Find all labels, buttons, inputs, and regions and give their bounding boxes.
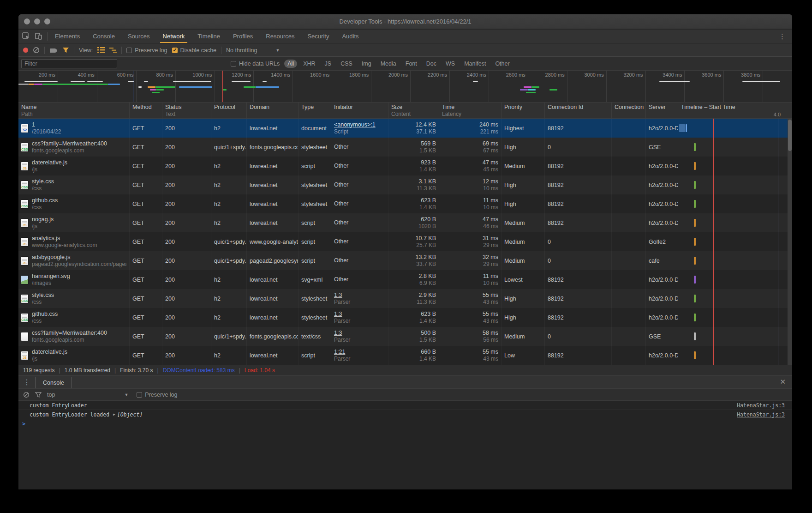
request-row[interactable]: JSdaterelative.js/jsGET200h2lowreal.nets…: [18, 346, 792, 365]
tab-timeline[interactable]: Timeline: [191, 30, 227, 43]
filter-type-all[interactable]: All: [284, 60, 297, 68]
request-row[interactable]: JSdaterelative.js/jsGET200h2lowreal.nets…: [18, 157, 792, 175]
column-header-connection[interactable]: Connection: [612, 103, 646, 118]
request-priority-cell: High: [502, 308, 545, 327]
overview-waterfall-segment: [87, 81, 102, 82]
device-toolbar-icon[interactable]: [35, 32, 42, 40]
console-source-link[interactable]: HatenaStar.js:3: [737, 411, 785, 418]
request-priority-cell: Medium: [502, 251, 545, 270]
console-object[interactable]: [Object]: [117, 411, 143, 418]
overview-waterfall-segment: [152, 92, 160, 93]
drawer-menu-icon[interactable]: ⋮: [18, 375, 35, 388]
table-scrollbar[interactable]: [788, 119, 792, 365]
column-header-method[interactable]: Method: [130, 103, 162, 118]
initiator-link[interactable]: 1:3: [334, 330, 385, 337]
dcl-marker-line: [702, 213, 702, 232]
filter-type-img[interactable]: Img: [358, 60, 375, 68]
preserve-log-checkbox[interactable]: Preserve log: [126, 47, 167, 54]
column-header-timeline[interactable]: Timeline – Start Time4.0: [678, 103, 783, 118]
view-waterfall-icon[interactable]: [109, 47, 117, 53]
tab-sources[interactable]: Sources: [121, 30, 156, 43]
console-preserve-log-checkbox[interactable]: Preserve log: [137, 392, 177, 398]
filter-type-doc[interactable]: Doc: [423, 60, 440, 68]
request-type-cell: text/css: [299, 327, 331, 346]
console-clear-icon[interactable]: [23, 392, 30, 398]
tab-console[interactable]: Console: [86, 30, 121, 43]
filter-type-other[interactable]: Other: [492, 60, 513, 68]
request-row[interactable]: hanrangen.svg/imagesGET200h2lowreal.nets…: [18, 270, 792, 289]
inspect-element-icon[interactable]: [22, 32, 30, 40]
timeline-overview[interactable]: 200 ms400 ms600 ms800 ms1000 ms1200 ms14…: [18, 71, 792, 103]
capture-screenshots-icon[interactable]: [49, 47, 58, 54]
filter-type-font[interactable]: Font: [402, 60, 420, 68]
request-row[interactable]: JSanalytics.jswww.google-analytics.comGE…: [18, 232, 792, 251]
overview-tick-label: 1800 ms: [349, 72, 371, 78]
request-row[interactable]: JSadsbygoogle.jspagead2.googlesyndicatio…: [18, 251, 792, 270]
console-message: custom EntryLoaderHatenaStar.js:3: [18, 401, 792, 410]
request-name-cell: JSdaterelative.js/js: [18, 157, 130, 175]
filter-type-css[interactable]: CSS: [337, 60, 356, 68]
request-row[interactable]: css?family=Merriweather:400fonts.googlea…: [18, 327, 792, 346]
tab-resources[interactable]: Resources: [259, 30, 301, 43]
filter-type-js[interactable]: JS: [322, 60, 335, 68]
request-row[interactable]: CSSstyle.css/cssGET200h2lowreal.netstyle…: [18, 289, 792, 308]
expand-triangle-icon[interactable]: ▶: [113, 412, 115, 416]
initiator-link[interactable]: 1:3: [334, 311, 385, 318]
clear-icon[interactable]: [33, 47, 40, 54]
column-header-server[interactable]: Server: [646, 103, 678, 118]
tab-security[interactable]: Security: [301, 30, 335, 43]
console-filter-icon[interactable]: [35, 392, 42, 398]
execution-context-dropdown[interactable]: top ▼: [47, 392, 128, 398]
request-row[interactable]: CSSgithub.css/cssGET200h2lowreal.netstyl…: [18, 308, 792, 327]
console-source-link[interactable]: HatenaStar.js:3: [737, 402, 785, 409]
column-header-priority[interactable]: Priority: [502, 103, 545, 118]
request-name-cell: CSSgithub.css/css: [18, 308, 130, 327]
kebab-menu-icon[interactable]: ⋮: [772, 30, 792, 43]
request-row[interactable]: CSScss?family=Merriweather:400fonts.goog…: [18, 138, 792, 157]
column-header-type[interactable]: Type: [299, 103, 331, 118]
filter-type-xhr[interactable]: XHR: [300, 60, 318, 68]
request-row[interactable]: <>1/2016/04/22GET200h2lowreal.netdocumen…: [18, 119, 792, 138]
hide-data-urls-checkbox[interactable]: Hide data URLs: [231, 60, 280, 67]
tab-console[interactable]: Console: [35, 377, 72, 388]
close-drawer-icon[interactable]: ✕: [773, 375, 792, 388]
load-marker-line: [222, 71, 223, 102]
column-header-domain[interactable]: Domain: [247, 103, 299, 118]
tab-elements[interactable]: Elements: [48, 30, 86, 43]
request-name: style.css: [32, 292, 126, 299]
column-header-initiator[interactable]: Initiator: [331, 103, 388, 118]
column-header-size[interactable]: SizeContent: [388, 103, 439, 118]
titlebar[interactable]: Developer Tools - https://lowreal.net/20…: [18, 14, 792, 29]
throttling-dropdown[interactable]: No throttling ▼: [226, 47, 280, 54]
request-row[interactable]: CSSgithub.css/cssGET200h2lowreal.netstyl…: [18, 194, 792, 213]
request-connection-cell: [612, 213, 646, 232]
request-row[interactable]: JSnogag.js/jsGET200h2lowreal.netscriptOt…: [18, 213, 792, 232]
summary-item: Load: 1.04 s: [245, 367, 275, 374]
tab-profiles[interactable]: Profiles: [227, 30, 259, 43]
filter-icon[interactable]: [62, 47, 69, 53]
filter-type-ws[interactable]: WS: [442, 60, 458, 68]
filter-input[interactable]: [21, 59, 117, 68]
column-header-name[interactable]: NamePath: [18, 103, 130, 118]
timeline-bar: [694, 295, 696, 302]
tab-audits[interactable]: Audits: [335, 30, 365, 43]
view-large-rows-icon[interactable]: [97, 47, 105, 53]
overview-waterfall-segment: [179, 86, 212, 88]
record-button[interactable]: [23, 48, 28, 53]
column-header-time[interactable]: TimeLatency: [439, 103, 502, 118]
filter-type-media[interactable]: Media: [377, 60, 400, 68]
initiator-link[interactable]: 1:21: [334, 349, 385, 356]
disable-cache-checkbox[interactable]: Disable cache: [172, 47, 217, 54]
column-header-status[interactable]: StatusText: [162, 103, 211, 118]
tab-network[interactable]: Network: [156, 30, 191, 43]
column-header-connection_id[interactable]: Connection Id: [545, 103, 612, 118]
initiator-link[interactable]: 1:3: [334, 292, 385, 299]
request-row[interactable]: CSSstyle.css/cssGET200h2lowreal.netstyle…: [18, 175, 792, 194]
filter-type-manifest[interactable]: Manifest: [461, 60, 489, 68]
console-prompt[interactable]: >: [18, 419, 792, 428]
initiator-link[interactable]: <anonymous>:1: [334, 121, 385, 128]
request-priority-cell: Medium: [502, 213, 545, 232]
doc-file-icon: <>: [21, 124, 28, 133]
scrollbar-thumb[interactable]: [788, 120, 792, 151]
column-header-protocol[interactable]: Protocol: [211, 103, 247, 118]
